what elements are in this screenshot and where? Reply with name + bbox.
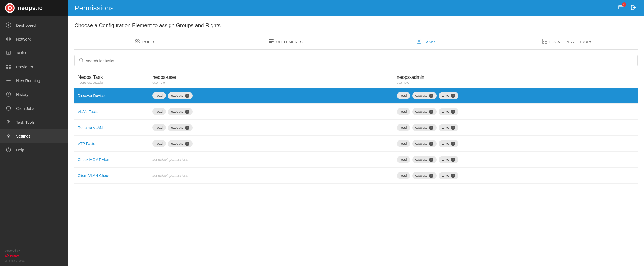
chip-remove-btn[interactable]: ✕: [185, 110, 189, 114]
chip-remove-btn[interactable]: ✕: [429, 94, 433, 98]
tasks-icon: [5, 50, 12, 56]
task-name-cell[interactable]: Client VLAN Check: [74, 174, 149, 178]
sidebar-item-tasks[interactable]: Tasks: [0, 46, 68, 60]
perm-chip[interactable]: execute✕: [412, 172, 437, 179]
perm-chip[interactable]: write✕: [439, 140, 458, 147]
network-label: Network: [16, 37, 31, 41]
chip-remove-btn[interactable]: ✕: [429, 174, 433, 178]
commit-text: commit-5e7c9b1: [5, 259, 63, 262]
table-row[interactable]: Check MGMT Vlanset default permissionsre…: [74, 152, 638, 168]
perm-chip[interactable]: read: [397, 108, 410, 115]
perm-chip[interactable]: read: [397, 156, 410, 163]
perm-chip[interactable]: execute✕: [412, 92, 437, 99]
tab-ui-elements[interactable]: UI ELEMENTS: [215, 35, 356, 49]
sidebar-item-dashboard[interactable]: Dashboard: [0, 18, 68, 32]
search-input[interactable]: [86, 58, 633, 63]
user-perm-cell: readexecute✕: [149, 90, 394, 102]
perm-chip[interactable]: write✕: [439, 124, 458, 131]
sidebar-item-cron-jobs[interactable]: Cron Jobs: [0, 101, 68, 115]
chip-remove-btn[interactable]: ✕: [429, 110, 433, 114]
table-row[interactable]: Client VLAN Checkset default permissions…: [74, 168, 638, 184]
chip-remove-btn[interactable]: ✕: [451, 142, 455, 146]
table-row[interactable]: Rename VLANreadexecute✕readexecute✕write…: [74, 120, 638, 136]
perm-chip[interactable]: execute✕: [168, 92, 193, 99]
task-name-cell[interactable]: Discover Device: [74, 94, 149, 98]
chip-remove-btn[interactable]: ✕: [451, 110, 455, 114]
perm-chip[interactable]: execute✕: [168, 108, 193, 115]
permissions-table: Discover Devicereadexecute✕readexecute✕w…: [74, 88, 638, 184]
perm-chip[interactable]: write✕: [439, 156, 458, 163]
sidebar-item-task-tools[interactable]: Task Tools: [0, 115, 68, 129]
chip-remove-btn[interactable]: ✕: [451, 158, 455, 162]
notifications-button[interactable]: 0: [617, 3, 625, 13]
svg-rect-44: [542, 39, 544, 41]
admin-col-header: neops-admin user role: [394, 72, 638, 87]
svg-rect-39: [269, 42, 272, 43]
chip-remove-btn[interactable]: ✕: [185, 94, 189, 98]
perm-chip[interactable]: read: [397, 172, 410, 179]
sidebar-item-now-running[interactable]: Now Running: [0, 74, 68, 87]
chip-remove-btn[interactable]: ✕: [429, 158, 433, 162]
perm-chip[interactable]: read: [397, 92, 410, 99]
sidebar-item-providers[interactable]: Providers: [0, 60, 68, 74]
default-perm-text: set default permissions: [152, 158, 188, 162]
perm-chip[interactable]: execute✕: [168, 124, 193, 131]
perm-chip[interactable]: read: [152, 124, 166, 131]
svg-rect-45: [545, 39, 547, 41]
chip-remove-btn[interactable]: ✕: [451, 94, 455, 98]
svg-rect-13: [7, 51, 10, 55]
sidebar-item-network[interactable]: Network: [0, 32, 68, 46]
tab-roles[interactable]: ROLES: [74, 35, 215, 49]
ui-elements-tab-icon: [269, 39, 274, 44]
perm-chip[interactable]: execute✕: [412, 108, 437, 115]
perm-chip[interactable]: execute✕: [412, 124, 437, 131]
now-running-label: Now Running: [16, 78, 40, 83]
chip-remove-btn[interactable]: ✕: [451, 126, 455, 130]
perm-chip[interactable]: write✕: [439, 92, 458, 99]
svg-point-36: [138, 40, 139, 41]
svg-point-3: [9, 7, 11, 9]
admin-perm-cell: readexecute✕write✕: [394, 170, 638, 182]
cron-jobs-label: Cron Jobs: [16, 106, 34, 111]
perm-chip[interactable]: read: [152, 140, 166, 147]
task-name-cell[interactable]: Check MGMT Vlan: [74, 158, 149, 162]
perm-chip[interactable]: read: [397, 140, 410, 147]
settings-label: Settings: [16, 134, 30, 138]
svg-point-30: [8, 135, 9, 137]
table-row[interactable]: Discover Devicereadexecute✕readexecute✕w…: [74, 88, 638, 104]
perm-chip[interactable]: read: [152, 108, 166, 115]
chip-remove-btn[interactable]: ✕: [429, 126, 433, 130]
logout-button[interactable]: [630, 3, 638, 13]
sidebar-item-help[interactable]: ? Help: [0, 143, 68, 157]
cron-jobs-icon: [5, 105, 12, 111]
table-row[interactable]: VTP Factsreadexecute✕readexecute✕write✕: [74, 136, 638, 152]
task-name-cell[interactable]: VTP Facts: [74, 142, 149, 146]
chip-remove-btn[interactable]: ✕: [185, 126, 189, 130]
task-name-cell[interactable]: Rename VLAN: [74, 126, 149, 130]
sidebar-item-history[interactable]: History: [0, 87, 68, 101]
user-perm-cell: set default permissions: [149, 171, 394, 180]
svg-rect-16: [6, 65, 8, 66]
tab-tasks[interactable]: TASKS: [356, 35, 497, 49]
perm-chip[interactable]: execute✕: [412, 156, 437, 163]
svg-point-29: [7, 120, 9, 122]
default-perm-text: set default permissions: [152, 174, 188, 178]
svg-rect-18: [6, 67, 8, 69]
task-name-cell[interactable]: VLAN Facts: [74, 110, 149, 114]
chip-remove-btn[interactable]: ✕: [429, 142, 433, 146]
powered-by-text: powered by: [5, 249, 63, 252]
perm-chip[interactable]: write✕: [439, 108, 458, 115]
chip-remove-btn[interactable]: ✕: [451, 174, 455, 178]
perm-chip[interactable]: execute✕: [168, 140, 193, 147]
sidebar-item-settings[interactable]: Settings: [0, 129, 68, 143]
table-row[interactable]: VLAN Factsreadexecute✕readexecute✕write✕: [74, 104, 638, 120]
tab-locations-groups[interactable]: LOCATIONS / GROUPS: [497, 35, 638, 49]
perm-chip[interactable]: read: [152, 92, 166, 99]
perm-chip[interactable]: execute✕: [412, 140, 437, 147]
dashboard-label: Dashboard: [16, 23, 36, 27]
perm-chip[interactable]: read: [397, 124, 410, 131]
topbar: Permissions 0: [68, 0, 644, 16]
chip-remove-btn[interactable]: ✕: [185, 142, 189, 146]
perm-chip[interactable]: write✕: [439, 172, 458, 179]
locations-tab-icon: [542, 39, 547, 45]
